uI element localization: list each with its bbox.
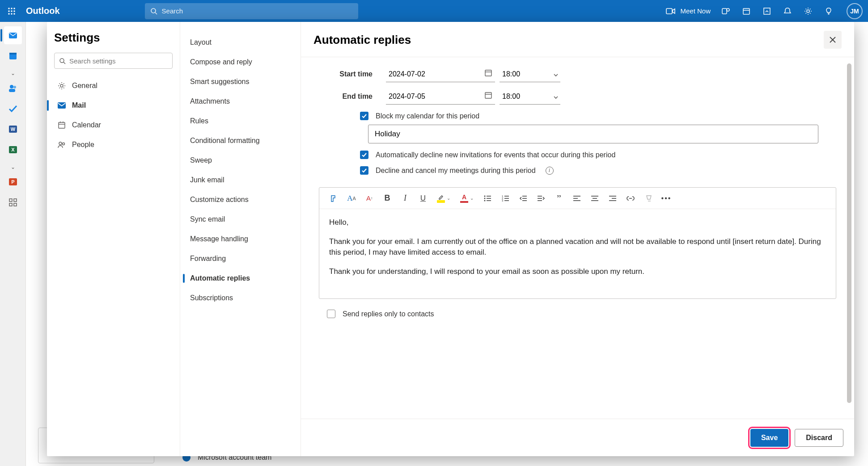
category-people[interactable]: People [54, 135, 173, 155]
start-time-input[interactable] [500, 66, 560, 82]
ribbon-collapse-icon[interactable] [762, 6, 772, 17]
block-calendar-checkbox[interactable] [360, 112, 368, 120]
rail-chevron-icon-2[interactable]: ⌄ [0, 164, 26, 170]
cancel-meetings-checkbox[interactable] [360, 166, 368, 175]
chevron-down-icon[interactable] [553, 93, 559, 101]
save-button[interactable]: Save [750, 429, 788, 447]
subnav-automatic-replies[interactable]: Automatic replies [180, 269, 301, 288]
avatar[interactable]: JM [847, 3, 863, 19]
rail-calendar-icon[interactable] [4, 47, 22, 65]
bell-icon[interactable] [782, 6, 793, 17]
message-editor: AA A↕ B I U ⌄ A⌄ 123 ” [319, 187, 836, 299]
svg-point-53 [484, 195, 486, 197]
rail-excel-icon[interactable]: X [4, 141, 22, 159]
close-button[interactable] [824, 31, 842, 49]
start-time-field[interactable] [500, 66, 560, 82]
chevron-down-icon[interactable] [553, 71, 559, 79]
rail-people-icon[interactable] [4, 79, 22, 97]
contacts-only-checkbox[interactable] [327, 310, 335, 318]
subnav-attachments[interactable]: Attachments [180, 92, 301, 111]
gear-icon[interactable] [803, 6, 813, 17]
tips-icon[interactable] [823, 6, 834, 17]
align-right-icon[interactable] [605, 190, 621, 206]
rail-chevron-icon[interactable]: ⌄ [0, 70, 26, 76]
numbered-list-icon[interactable]: 123 [497, 190, 513, 206]
bullet-list-icon[interactable] [479, 190, 495, 206]
calendar-icon[interactable] [484, 69, 492, 79]
subnav-sync[interactable]: Sync email [180, 210, 301, 229]
category-mail[interactable]: Mail [54, 96, 173, 115]
subnav-junk[interactable]: Junk email [180, 170, 301, 190]
underline-icon[interactable]: U [415, 190, 431, 206]
global-search[interactable] [145, 3, 358, 19]
info-icon[interactable]: i [546, 167, 554, 175]
settings-search-input[interactable] [69, 57, 168, 65]
main-body: Start time End time [301, 57, 854, 419]
subnav-compose[interactable]: Compose and reply [180, 52, 301, 72]
calendar-day-icon[interactable] [741, 6, 752, 17]
more-options-icon[interactable]: ••• [658, 190, 674, 206]
settings-search[interactable] [54, 53, 173, 69]
meet-now-button[interactable]: Meet Now [666, 7, 711, 15]
settings-sidebar: Settings General Mail Calendar People [47, 22, 180, 456]
start-date-field[interactable] [386, 66, 495, 82]
align-center-icon[interactable] [587, 190, 603, 206]
start-date-input[interactable] [386, 66, 495, 82]
scrollbar-thumb[interactable] [847, 63, 851, 403]
category-general[interactable]: General [54, 76, 173, 96]
end-date-field[interactable] [386, 88, 495, 105]
message-p1: Hello, [329, 217, 826, 228]
subnav-sweep[interactable]: Sweep [180, 151, 301, 170]
svg-point-2 [13, 8, 15, 9]
link-icon[interactable] [622, 190, 639, 206]
block-title-input[interactable] [368, 125, 818, 143]
rail-mail-icon[interactable] [4, 26, 22, 44]
svg-point-17 [807, 10, 809, 13]
rail-powerpoint-icon[interactable]: P [4, 173, 22, 191]
subnav-customize[interactable]: Customize actions [180, 190, 301, 210]
svg-rect-23 [9, 53, 17, 55]
teams-icon[interactable] [720, 6, 731, 17]
bold-icon[interactable]: B [379, 190, 395, 206]
decline-new-checkbox[interactable] [360, 151, 368, 159]
subnav-layout[interactable]: Layout [180, 33, 301, 52]
svg-text:3: 3 [502, 199, 504, 202]
font-color-icon[interactable]: A⌄ [456, 190, 478, 206]
svg-line-38 [64, 62, 65, 64]
block-title-field[interactable] [368, 125, 818, 143]
indent-icon[interactable] [533, 190, 549, 206]
discard-button[interactable]: Discard [795, 429, 843, 447]
italic-icon[interactable]: I [397, 190, 413, 206]
calendar-icon [57, 120, 67, 130]
app-launcher-icon[interactable] [5, 5, 18, 17]
end-time-field[interactable] [500, 88, 560, 105]
category-calendar[interactable]: Calendar [54, 115, 173, 135]
rail-todo-icon[interactable] [4, 100, 22, 118]
subnav-rules[interactable]: Rules [180, 111, 301, 131]
font-family-icon[interactable]: AA [343, 190, 360, 206]
svg-rect-11 [666, 8, 672, 14]
end-time-input[interactable] [500, 88, 560, 105]
calendar-icon[interactable] [484, 91, 492, 101]
global-search-input[interactable] [162, 7, 353, 15]
outdent-icon[interactable] [515, 190, 531, 206]
font-size-icon[interactable]: A↕ [361, 190, 377, 206]
end-date-input[interactable] [386, 88, 495, 105]
subnav-conditional[interactable]: Conditional formatting [180, 131, 301, 151]
subnav-smart[interactable]: Smart suggestions [180, 72, 301, 92]
video-icon [666, 8, 676, 15]
editor-textarea[interactable]: Hello, Thank you for your email. I am cu… [319, 209, 836, 298]
quote-icon[interactable]: ” [551, 190, 567, 206]
subnav-forwarding[interactable]: Forwarding [180, 249, 301, 269]
close-icon [829, 36, 837, 44]
subnav-handling[interactable]: Message handling [180, 229, 301, 249]
highlight-color-icon[interactable]: ⌄ [433, 190, 454, 206]
align-left-icon[interactable] [569, 190, 585, 206]
clear-format-icon[interactable] [640, 190, 656, 206]
svg-point-6 [8, 13, 10, 15]
category-label: People [72, 141, 94, 149]
rail-more-apps-icon[interactable] [4, 193, 22, 211]
format-painter-icon[interactable] [326, 190, 342, 206]
subnav-subscriptions[interactable]: Subscriptions [180, 288, 301, 308]
rail-word-icon[interactable]: W [4, 120, 22, 138]
